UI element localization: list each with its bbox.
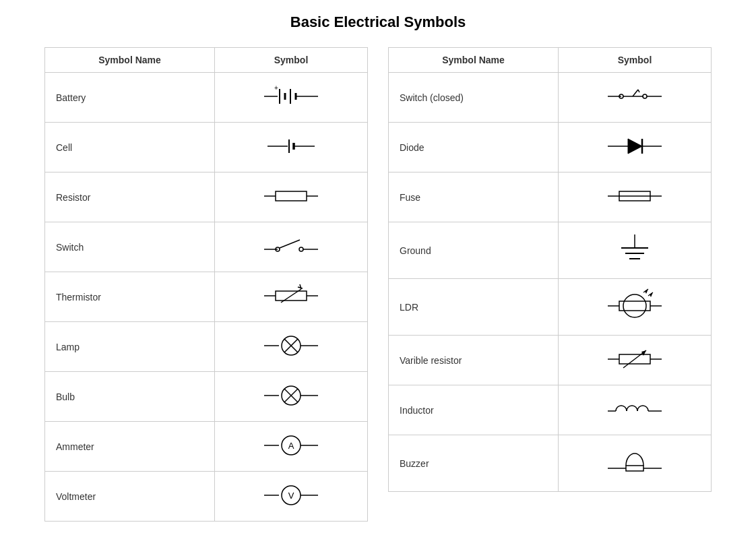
left-header-name: Symbol Name (45, 48, 215, 73)
table-row: Diode (389, 123, 712, 172)
symbol-name-fuse: Fuse (389, 172, 559, 222)
table-row: Thermistor (45, 272, 368, 322)
symbol-name-ldr: LDR (389, 279, 559, 336)
symbol-switch-closed (559, 73, 712, 123)
symbol-voltmeter: V (215, 472, 368, 522)
symbol-ammeter: A (215, 422, 368, 472)
symbol-thermistor (215, 272, 368, 322)
svg-text:V: V (288, 491, 294, 501)
table-row: Voltmeter V (45, 472, 368, 522)
symbol-lamp (215, 322, 368, 372)
left-header-symbol: Symbol (215, 48, 368, 73)
svg-rect-12 (276, 191, 307, 201)
symbol-name-lamp: Lamp (45, 322, 215, 372)
svg-point-17 (299, 247, 303, 251)
svg-point-64 (623, 294, 646, 317)
symbol-battery: + (215, 73, 368, 123)
svg-line-24 (300, 284, 301, 289)
table-row: Lamp (45, 322, 368, 372)
symbol-name-voltmeter: Voltmeter (45, 472, 215, 522)
symbol-name-resistor: Resistor (45, 172, 215, 222)
table-row: Bulb (45, 372, 368, 422)
table-row: Ammeter A (45, 422, 368, 472)
svg-marker-74 (641, 350, 646, 356)
symbol-name-switch: Switch (45, 222, 215, 272)
symbol-fuse (559, 172, 712, 222)
table-row: Ground (389, 222, 712, 279)
symbol-name-thermistor: Thermistor (45, 272, 215, 322)
table-row: Inductor (389, 385, 712, 435)
page-title: Basic Electrical Symbols (290, 13, 466, 31)
symbol-name-bulb: Bulb (45, 372, 215, 422)
symbol-buzzer (559, 435, 712, 492)
left-table: Symbol Name Symbol Battery + (44, 47, 368, 522)
svg-text:A: A (288, 441, 294, 451)
symbol-name-buzzer: Buzzer (389, 435, 559, 492)
right-header-symbol: Symbol (559, 48, 712, 73)
table-row: Resistor (45, 172, 368, 222)
svg-rect-77 (626, 466, 643, 471)
svg-marker-51 (628, 139, 642, 154)
table-row: Battery + (45, 73, 368, 123)
symbol-name-switch-closed: Switch (closed) (389, 73, 559, 123)
symbol-variable-resistor (559, 336, 712, 385)
symbol-ground (559, 222, 712, 279)
symbol-diode (559, 123, 712, 172)
symbol-name-cell: Cell (45, 123, 215, 172)
symbol-switch (215, 222, 368, 272)
table-row: Buzzer (389, 435, 712, 492)
table-row: Cell (45, 123, 368, 172)
table-row: LDR (389, 279, 712, 336)
symbol-name-ammeter: Ammeter (45, 422, 215, 472)
symbol-inductor (559, 385, 712, 435)
svg-line-16 (280, 240, 300, 248)
symbol-ldr (559, 279, 712, 336)
right-table: Symbol Name Symbol Switch (closed) (388, 47, 712, 492)
svg-text:+: + (274, 84, 278, 92)
tables-container: Symbol Name Symbol Battery + (44, 47, 712, 522)
symbol-name-diode: Diode (389, 123, 559, 172)
symbol-name-battery: Battery (45, 73, 215, 123)
table-row: Switch (closed) (389, 73, 712, 123)
right-header-name: Symbol Name (389, 48, 559, 73)
table-row: Fuse (389, 172, 712, 222)
symbol-cell (215, 123, 368, 172)
table-row: Switch (45, 222, 368, 272)
svg-line-47 (638, 90, 639, 92)
symbol-resistor (215, 172, 368, 222)
table-row: Varible resistor (389, 336, 712, 385)
symbol-bulb (215, 372, 368, 422)
symbol-name-ground: Ground (389, 222, 559, 279)
symbol-name-inductor: Inductor (389, 385, 559, 435)
svg-line-46 (633, 90, 638, 96)
symbol-name-variable-resistor: Varible resistor (389, 336, 559, 385)
